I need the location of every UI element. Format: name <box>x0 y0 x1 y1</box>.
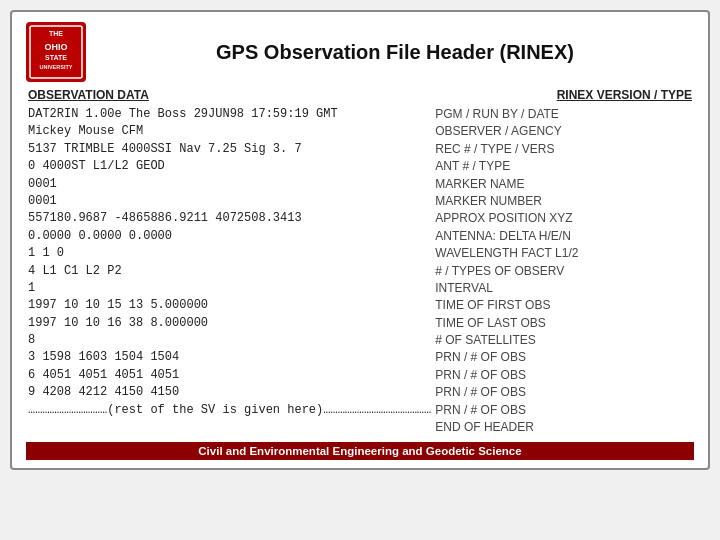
rinex-cell: MARKER NAME <box>433 176 694 193</box>
obs-cell <box>26 419 433 436</box>
table-row: Mickey Mouse CFMOBSERVER / AGENCY <box>26 123 694 140</box>
obs-cell: 557180.9687 -4865886.9211 4072508.3413 <box>26 210 433 227</box>
footer-text: Civil and Environmental Engineering and … <box>198 445 521 457</box>
section-labels-row: OBSERVATION DATA RINEX VERSION / TYPE <box>26 88 694 102</box>
data-table: DAT2RIN 1.00e The Boss 29JUN98 17:59:19 … <box>26 106 694 436</box>
svg-text:STATE: STATE <box>45 54 67 61</box>
obs-cell: 6 4051 4051 4051 4051 <box>26 367 433 384</box>
rinex-label: RINEX VERSION / TYPE <box>557 88 692 102</box>
table-row: 4 L1 C1 L2 P2# / TYPES OF OBSERV <box>26 263 694 280</box>
rinex-cell: MARKER NUMBER <box>433 193 694 210</box>
obs-cell: ……………………………(rest of the SV is given here… <box>26 402 433 419</box>
rinex-cell: WAVELENGTH FACT L1/2 <box>433 245 694 262</box>
svg-text:UNIVERSITY: UNIVERSITY <box>39 64 72 70</box>
rinex-cell: REC # / TYPE / VERS <box>433 141 694 158</box>
header-row: THE OHIO STATE UNIVERSITY GPS Observatio… <box>26 22 694 82</box>
table-row: 0.0000 0.0000 0.0000ANTENNA: DELTA H/E/N <box>26 228 694 245</box>
rinex-cell: END OF HEADER <box>433 419 694 436</box>
obs-cell: 4 L1 C1 L2 P2 <box>26 263 433 280</box>
table-row: 1 1 0WAVELENGTH FACT L1/2 <box>26 245 694 262</box>
obs-cell: 0001 <box>26 176 433 193</box>
table-row: ……………………………(rest of the SV is given here… <box>26 402 694 419</box>
table-row: 1997 10 10 16 38 8.000000 TIME OF LAST O… <box>26 315 694 332</box>
rinex-cell: APPROX POSITION XYZ <box>433 210 694 227</box>
svg-text:THE: THE <box>49 30 63 37</box>
table-row: 0001MARKER NAME <box>26 176 694 193</box>
obs-cell: 9 4208 4212 4150 4150 <box>26 384 433 401</box>
obs-cell: 0001 <box>26 193 433 210</box>
obs-cell: 1 <box>26 280 433 297</box>
rinex-cell: TIME OF FIRST OBS <box>433 297 694 314</box>
rinex-cell: ANT # / TYPE <box>433 158 694 175</box>
obs-cell: 1997 10 10 16 38 8.000000 <box>26 315 433 332</box>
table-row: 6 4051 4051 4051 4051PRN / # OF OBS <box>26 367 694 384</box>
obs-cell: DAT2RIN 1.00e The Boss 29JUN98 17:59:19 … <box>26 106 433 123</box>
obs-data-label: OBSERVATION DATA <box>28 88 149 102</box>
table-row: 1997 10 10 15 13 5.000000TIME OF FIRST O… <box>26 297 694 314</box>
obs-cell: 8 <box>26 332 433 349</box>
rinex-cell: TIME OF LAST OBS <box>433 315 694 332</box>
obs-cell: Mickey Mouse CFM <box>26 123 433 140</box>
rinex-cell: PGM / RUN BY / DATE <box>433 106 694 123</box>
obs-cell: 0.0000 0.0000 0.0000 <box>26 228 433 245</box>
rinex-cell: PRN / # OF OBS <box>433 367 694 384</box>
table-row: 557180.9687 -4865886.9211 4072508.3413AP… <box>26 210 694 227</box>
rinex-cell: # OF SATELLITES <box>433 332 694 349</box>
page-title: GPS Observation File Header (RINEX) <box>96 41 694 64</box>
rinex-cell: ANTENNA: DELTA H/E/N <box>433 228 694 245</box>
obs-cell: 1 1 0 <box>26 245 433 262</box>
table-row: END OF HEADER <box>26 419 694 436</box>
title-block: GPS Observation File Header (RINEX) <box>96 41 694 64</box>
table-row: 0001MARKER NUMBER <box>26 193 694 210</box>
table-row: 5137 TRIMBLE 4000SSI Nav 7.25 Sig 3. 7RE… <box>26 141 694 158</box>
svg-text:OHIO: OHIO <box>44 42 67 52</box>
ohio-state-logo: THE OHIO STATE UNIVERSITY <box>26 22 86 82</box>
obs-cell: 1997 10 10 15 13 5.000000 <box>26 297 433 314</box>
rinex-cell: INTERVAL <box>433 280 694 297</box>
rinex-cell: OBSERVER / AGENCY <box>433 123 694 140</box>
obs-cell: 5137 TRIMBLE 4000SSI Nav 7.25 Sig 3. 7 <box>26 141 433 158</box>
table-row: 8# OF SATELLITES <box>26 332 694 349</box>
rinex-cell: PRN / # OF OBS <box>433 349 694 366</box>
obs-cell: 0 4000ST L1/L2 GEOD <box>26 158 433 175</box>
rinex-cell: PRN / # OF OBS <box>433 402 694 419</box>
rinex-cell: # / TYPES OF OBSERV <box>433 263 694 280</box>
table-row: 1INTERVAL <box>26 280 694 297</box>
table-row: 9 4208 4212 4150 4150PRN / # OF OBS <box>26 384 694 401</box>
footer-bar: Civil and Environmental Engineering and … <box>26 442 694 460</box>
main-window: THE OHIO STATE UNIVERSITY GPS Observatio… <box>10 10 710 470</box>
table-row: 3 1598 1603 1504 1504PRN / # OF OBS <box>26 349 694 366</box>
rinex-cell: PRN / # OF OBS <box>433 384 694 401</box>
table-row: DAT2RIN 1.00e The Boss 29JUN98 17:59:19 … <box>26 106 694 123</box>
table-row: 0 4000ST L1/L2 GEODANT # / TYPE <box>26 158 694 175</box>
obs-cell: 3 1598 1603 1504 1504 <box>26 349 433 366</box>
